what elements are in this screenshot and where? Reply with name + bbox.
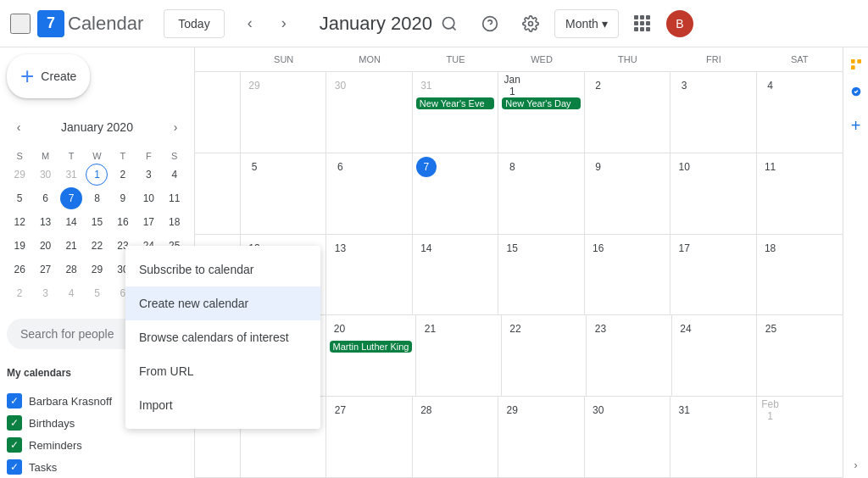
mini-next-button[interactable]: ›	[164, 115, 187, 139]
calendar-cell[interactable]: 23	[587, 315, 672, 396]
mini-day[interactable]: 31	[60, 164, 82, 186]
mini-prev-button[interactable]: ‹	[7, 115, 31, 139]
calendar-label: Birthdays	[29, 417, 75, 430]
mini-day[interactable]: 13	[35, 211, 57, 233]
mini-day[interactable]: 19	[8, 235, 31, 257]
logo-text: Calendar	[68, 13, 143, 35]
tasks-icon[interactable]	[846, 54, 866, 75]
mini-day[interactable]: 2	[112, 164, 134, 186]
calendar-cell[interactable]: 31New Year's Eve	[413, 72, 498, 153]
calendar-item[interactable]: ✓Tasks	[7, 456, 187, 478]
calendar-cell[interactable]: 2	[585, 72, 670, 153]
mini-day[interactable]: 15	[86, 211, 108, 233]
add-panel-button[interactable]: +	[846, 115, 866, 136]
context-menu-item[interactable]: From URL	[125, 354, 320, 388]
prev-month-button[interactable]: ‹	[235, 8, 265, 39]
calendar-cell[interactable]: 31	[670, 397, 756, 477]
mini-day[interactable]: 3	[137, 164, 159, 186]
mini-day[interactable]: 4	[60, 282, 82, 304]
date-number: 27	[330, 400, 350, 420]
calendar-cell[interactable]: 14	[413, 235, 498, 315]
expand-icon[interactable]: ›	[854, 459, 858, 471]
next-month-button[interactable]: ›	[269, 8, 299, 39]
context-menu-item[interactable]: Browse calendars of interest	[125, 320, 320, 354]
mini-day[interactable]: 4	[164, 164, 186, 186]
calendar-cell[interactable]: 30	[326, 72, 412, 153]
calendar-cell[interactable]: 18	[757, 235, 843, 315]
context-menu-item[interactable]: Create new calendar	[125, 286, 320, 320]
mini-day[interactable]: 16	[112, 211, 134, 233]
calendar-cell[interactable]: 8	[498, 153, 584, 234]
mini-day[interactable]: 3	[35, 282, 57, 304]
calendar-cell[interactable]: 11	[757, 153, 843, 234]
mini-day[interactable]: 28	[60, 258, 82, 281]
calendar-cell[interactable]: 10	[670, 153, 756, 234]
mini-day[interactable]: 5	[86, 282, 108, 304]
calendar-cell[interactable]: 25	[757, 315, 843, 396]
calendar-cell[interactable]: 21	[416, 315, 502, 396]
calendar-cell[interactable]: 15	[498, 235, 584, 315]
mini-day[interactable]: 5	[8, 187, 31, 209]
mini-day[interactable]: 21	[60, 235, 82, 257]
calendar-cell[interactable]: 27	[326, 397, 412, 477]
calendar-cell[interactable]: 13	[326, 235, 412, 315]
mini-day[interactable]: 9	[112, 187, 134, 209]
calendar-cell[interactable]: 24	[672, 315, 758, 396]
search-button[interactable]	[432, 7, 466, 41]
mini-day[interactable]: 6	[35, 187, 57, 209]
mini-day[interactable]: 26	[8, 258, 31, 281]
calendar-item[interactable]: ✓Reminders	[7, 434, 187, 456]
calendar-checkbox: ✓	[7, 437, 22, 453]
mini-cal-title: January 2020	[61, 120, 133, 134]
calendar-cell[interactable]: 20Martin Luther King	[326, 315, 417, 396]
calendar-cell[interactable]: 5	[241, 153, 326, 234]
calendar-cell[interactable]: 22	[502, 315, 587, 396]
mini-day[interactable]: 1	[86, 164, 108, 186]
calendar-cell[interactable]: 29	[498, 397, 584, 477]
calendar-cell[interactable]: 6	[326, 153, 412, 234]
calendar-cell[interactable]: 16	[585, 235, 670, 315]
create-button[interactable]: + Create	[7, 54, 90, 98]
calendar-cell[interactable]: 17	[670, 235, 756, 315]
mini-day[interactable]: 29	[8, 164, 31, 186]
mini-day[interactable]: 10	[137, 187, 159, 209]
calendar-cell[interactable]: 7	[413, 153, 498, 234]
mini-day[interactable]: 17	[137, 211, 159, 233]
event-pill[interactable]: Martin Luther King	[330, 341, 413, 353]
day-header: FRI	[670, 47, 756, 71]
context-menu-item[interactable]: Import	[125, 388, 320, 422]
mini-day[interactable]: 2	[8, 282, 31, 304]
calendar-cell[interactable]: Jan 1New Year's Day	[498, 72, 584, 153]
mini-day[interactable]: 27	[35, 258, 57, 281]
calendar-cell[interactable]: 28	[413, 397, 498, 477]
calendar-cell[interactable]: 3	[670, 72, 756, 153]
apps-button[interactable]	[626, 7, 659, 41]
user-avatar[interactable]: B	[666, 10, 693, 37]
mini-day[interactable]: 30	[35, 164, 57, 186]
keep-icon[interactable]	[846, 81, 866, 102]
mini-day[interactable]: 12	[8, 211, 31, 233]
context-menu-item[interactable]: Subscribe to calendar	[125, 253, 320, 286]
mini-day[interactable]: 22	[86, 235, 108, 257]
mini-day[interactable]: 20	[35, 235, 57, 257]
calendar-cell[interactable]: 4	[757, 72, 843, 153]
date-number: 18	[760, 238, 781, 258]
calendar-cell[interactable]: Feb 1	[757, 397, 843, 477]
mini-day[interactable]: 11	[164, 187, 186, 209]
calendar-cell[interactable]: 29	[241, 72, 326, 153]
calendar-cell[interactable]: 9	[585, 153, 670, 234]
event-pill[interactable]: New Year's Eve	[416, 97, 494, 109]
event-pill[interactable]: New Year's Day	[502, 97, 580, 109]
menu-button[interactable]	[10, 14, 31, 34]
mini-day[interactable]: 18	[164, 211, 186, 233]
help-button[interactable]	[473, 7, 507, 41]
today-button[interactable]: Today	[164, 9, 224, 38]
view-dropdown[interactable]: Month ▾	[554, 9, 619, 38]
mini-day[interactable]: 7	[60, 187, 82, 209]
mini-day[interactable]: 29	[86, 258, 108, 281]
app-logo[interactable]: 7 Calendar	[37, 10, 143, 37]
settings-button[interactable]	[514, 7, 548, 41]
mini-day[interactable]: 14	[60, 211, 82, 233]
calendar-cell[interactable]: 30	[585, 397, 670, 477]
mini-day[interactable]: 8	[86, 187, 108, 209]
